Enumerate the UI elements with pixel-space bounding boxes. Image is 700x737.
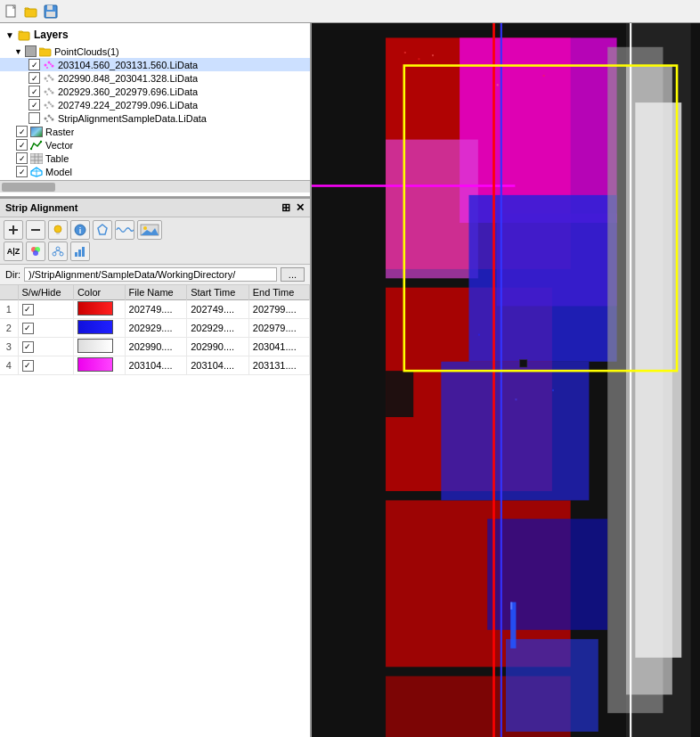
strip-table-container[interactable]: S/w/Hide Color File Name Start Time End … [0, 285, 310, 737]
chart-button[interactable] [70, 242, 90, 261]
col-color[interactable]: Color [73, 285, 125, 300]
pc4-checkbox[interactable] [28, 99, 40, 111]
svg-rect-75 [487, 519, 607, 630]
az-sort-button[interactable]: A|Z [4, 242, 23, 261]
remove-button[interactable] [26, 220, 45, 240]
page-icon[interactable] [4, 4, 20, 20]
row-num-2: 2 [0, 319, 18, 338]
tree-item-table[interactable]: Table [0, 151, 310, 165]
row-check-2[interactable] [18, 319, 73, 338]
add-button[interactable] [4, 220, 23, 240]
color-swatch-3[interactable] [77, 339, 113, 353]
info-button[interactable]: i [70, 220, 90, 240]
strip-table: S/w/Hide Color File Name Start Time End … [0, 285, 310, 375]
svg-rect-85 [543, 75, 545, 77]
row-end-2: 202979.... [248, 319, 309, 338]
network-button[interactable] [48, 242, 68, 261]
color-swatch-1[interactable] [77, 301, 113, 315]
row-filename-1: 202749.... [125, 300, 187, 319]
close-icon[interactable]: ✕ [296, 201, 305, 214]
svg-point-23 [48, 101, 51, 103]
color-button[interactable] [26, 242, 45, 261]
viewport-panel[interactable] [312, 23, 700, 737]
open-folder-icon[interactable] [23, 4, 39, 20]
pc2-icon [43, 73, 55, 84]
layers-section: ▼ Layers ▼ PointClouds(1) [0, 23, 310, 197]
layers-hscrollbar[interactable] [0, 180, 310, 192]
polygon-button[interactable] [93, 220, 112, 240]
table-label: Table [45, 153, 69, 164]
pc4-label: 202749.224_202799.096.LiData [58, 100, 198, 111]
svg-point-21 [50, 90, 52, 92]
svg-rect-62 [78, 250, 81, 257]
raster-checkbox[interactable] [16, 126, 28, 137]
svg-rect-46 [56, 233, 60, 234]
tree-item-model[interactable]: Model [0, 165, 310, 178]
table-row-2[interactable]: 2 202929.... 202929.... 202979.... [0, 319, 310, 338]
tree-item-pc5[interactable]: StripAlignmentSampleData.LiData [0, 111, 310, 125]
vector-checkbox[interactable] [16, 139, 28, 151]
dir-path[interactable]: )/StripAlignment/SampleData/WorkingDirec… [24, 267, 277, 282]
raster-icon [30, 127, 43, 137]
row-color-2[interactable] [73, 319, 125, 338]
table-checkbox[interactable] [16, 152, 28, 164]
wave-button[interactable] [115, 220, 134, 240]
pointclouds-expand[interactable]: ▼ [14, 47, 22, 56]
dir-browse-button[interactable]: ... [281, 267, 305, 282]
svg-rect-81 [404, 52, 406, 53]
tree-item-pc1[interactable]: 203104.560_203131.560.LiData [0, 58, 310, 71]
table-header-row: S/w/Hide Color File Name Start Time End … [0, 285, 310, 300]
pc4-icon [43, 100, 55, 111]
row-color-1[interactable] [73, 300, 125, 319]
tree-item-vector[interactable]: Vector [0, 138, 310, 151]
pc2-checkbox[interactable] [28, 72, 40, 84]
svg-rect-74 [441, 362, 589, 501]
pin-icon[interactable]: ⊞ [281, 201, 290, 214]
row-color-3[interactable] [73, 338, 125, 356]
vector-label: Vector [45, 140, 73, 151]
pc5-checkbox[interactable] [28, 112, 40, 124]
svg-rect-96 [510, 602, 512, 610]
svg-point-24 [52, 104, 54, 107]
table-row-1[interactable]: 1 202749.... 202749.... 202799.... [0, 300, 310, 319]
row-check-1[interactable] [18, 300, 73, 319]
svg-point-15 [46, 80, 48, 82]
svg-point-10 [46, 67, 48, 69]
model-icon [30, 167, 43, 177]
tree-item-pc2[interactable]: 202990.848_203041.328.LiData [0, 71, 310, 85]
row-check-4[interactable] [18, 356, 73, 375]
color-swatch-4[interactable] [77, 357, 113, 372]
tree-item-pointclouds[interactable]: ▼ PointClouds(1) [0, 45, 310, 58]
col-filename[interactable]: File Name [125, 285, 187, 300]
image-button[interactable] [137, 220, 162, 240]
svg-point-13 [48, 74, 51, 77]
svg-point-45 [54, 225, 61, 233]
pc3-checkbox[interactable] [28, 86, 40, 97]
tree-item-pc4[interactable]: 202749.224_202799.096.LiData [0, 98, 310, 111]
layers-hscroll-thumb[interactable] [2, 183, 55, 192]
model-checkbox[interactable] [16, 166, 28, 177]
color-swatch-2[interactable] [77, 320, 113, 334]
col-num [0, 285, 18, 300]
table-row-4[interactable]: 4 203104.... 203104.... 203131.... [0, 356, 310, 375]
tree-item-pc3[interactable]: 202929.360_202979.696.LiData [0, 85, 310, 98]
svg-point-33 [40, 140, 42, 142]
row-check-3[interactable] [18, 338, 73, 356]
col-end-time[interactable]: End Time [248, 285, 309, 300]
col-start-time[interactable]: Start Time [187, 285, 249, 300]
col-show-hide[interactable]: S/w/Hide [18, 285, 73, 300]
table-icon [30, 153, 43, 164]
save-icon[interactable] [43, 4, 59, 20]
layers-expand-arrow[interactable]: ▼ [5, 30, 14, 40]
tree-item-raster[interactable]: Raster [0, 125, 310, 138]
bulb-button[interactable] [48, 220, 68, 240]
pc1-checkbox[interactable] [28, 59, 40, 70]
svg-line-59 [54, 250, 58, 252]
row-num-1: 1 [0, 300, 18, 319]
svg-rect-6 [39, 49, 51, 56]
svg-rect-73 [468, 195, 616, 362]
svg-marker-49 [98, 225, 107, 234]
row-color-4[interactable] [73, 356, 125, 375]
table-row-3[interactable]: 3 202990.... 202990.... 203041.... [0, 338, 310, 356]
pointclouds-checkbox[interactable] [25, 45, 37, 57]
